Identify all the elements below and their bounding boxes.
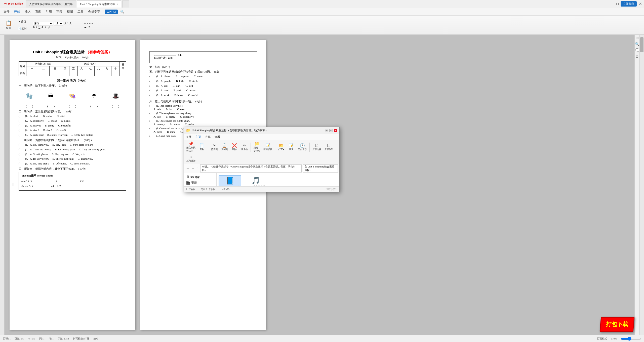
align-center-btn[interactable]: ≡: [87, 22, 88, 25]
fm-close-btn[interactable]: ✕: [334, 129, 337, 132]
up-arrow[interactable]: ↑: [196, 166, 199, 170]
close-icon[interactable]: ×: [117, 3, 118, 6]
rename-icon: ✏: [243, 143, 246, 148]
italic-btn[interactable]: I: [36, 26, 37, 29]
fm-invertsel-btn[interactable]: ↔ 反向选择: [185, 154, 196, 163]
document-page-1: ⠿ Unit 6 Shopping综合素质达标 （有参考答案） 时间：40分钟 …: [10, 40, 135, 330]
sidebar-3dobjects[interactable]: 🖥 3D 对象: [184, 174, 216, 180]
menu-home[interactable]: 开始: [12, 9, 22, 15]
fm-menu-view[interactable]: 查看: [215, 135, 220, 139]
fm-file-size: 1.49 MB: [221, 188, 230, 191]
status-page-of: 页数: 1/7: [15, 337, 24, 340]
deselectall-icon: ☐: [327, 143, 331, 148]
download-badge[interactable]: 打包下载: [599, 317, 634, 332]
minimize-icon[interactable]: ─: [612, 2, 615, 6]
fm-newitem-btn[interactable]: 📝 新建项目: [262, 143, 273, 152]
search-icon[interactable]: 🔍: [120, 10, 124, 14]
indent-btn[interactable]: ⇥: [88, 25, 90, 28]
top-right-area: ─ □ 立即登录 ✕: [612, 1, 644, 7]
align-right-btn[interactable]: ≡: [89, 22, 91, 25]
fm-maximize-btn[interactable]: □: [329, 129, 333, 132]
fm-delete-btn[interactable]: ❌ 删除: [230, 143, 239, 152]
tab-add[interactable]: +: [122, 1, 129, 8]
menu-reference[interactable]: 引用: [44, 9, 54, 15]
tab-recent-label: 人教PEP版小学英语四年级下册六年: [29, 2, 73, 6]
ribbon-paste-btn[interactable]: 📋 粘贴: [3, 18, 14, 32]
underline-btn[interactable]: U: [38, 26, 40, 29]
cut-icon: ✂: [213, 143, 216, 148]
align-left-btn[interactable]: ≡: [84, 22, 86, 25]
menu-view[interactable]: 视图: [65, 9, 75, 15]
increase-font-btn[interactable]: A⁺: [64, 21, 68, 25]
fm-file-count: 2 个项目: [186, 188, 195, 191]
right-panel-btn-4[interactable]: ⚙: [635, 55, 639, 59]
sidebar-videos[interactable]: 🎬 视频: [184, 180, 216, 186]
ribbon-copy-btn[interactable]: 📄复制: [15, 25, 30, 32]
zoom-slider[interactable]: [621, 337, 641, 341]
forward-arrow[interactable]: →: [191, 166, 195, 170]
menu-insert[interactable]: 插入: [23, 9, 33, 15]
status-bar: 页码: 1 页数: 1/7 节: 1/1 列: 1 行: 1 字数: 1158 …: [0, 335, 644, 342]
fm-status-bar: 2 个项目 选中 1 个项目 1.49 MB 没有预览...: [184, 186, 339, 192]
pin-icon: 📌: [188, 141, 193, 146]
fm-newfolder-btn[interactable]: 📁 新建文件夹: [252, 141, 261, 153]
fm-history-btn[interactable]: 🕐 历史记录: [297, 143, 308, 152]
fm-search-input[interactable]: 在 Unit 6 Shopping综合素质达标...: [303, 164, 338, 173]
decrease-font-btn[interactable]: A⁻: [69, 21, 73, 25]
menu-file[interactable]: 文件: [2, 9, 12, 15]
right-panel-btn-2[interactable]: 🔍: [635, 42, 639, 46]
menu-page[interactable]: 页面: [33, 9, 43, 15]
font-size-select[interactable]: 12: [54, 22, 63, 25]
fm-path-input[interactable]: 有听力 > 第6册单元试卷 > Unit 6 Shopping综合素质达标（含答…: [200, 164, 302, 173]
q6-item-2: ( )2. The sunglasses are very cheap. A. …: [149, 112, 257, 118]
delete-icon: ❌: [232, 143, 237, 148]
status-section: 节: 1/1: [28, 337, 35, 340]
font-family-select[interactable]: 宋体: [33, 22, 53, 25]
maximize-icon[interactable]: □: [617, 2, 619, 6]
highlight-btn[interactable]: 🖊: [48, 26, 51, 29]
bold-btn[interactable]: B: [33, 26, 35, 29]
strikethrough-btn[interactable]: S̶: [42, 26, 43, 29]
wps-ai-btn[interactable]: WPS AI: [105, 10, 118, 14]
newitem-icon: 📝: [265, 143, 270, 148]
fm-paste-btn[interactable]: 📋 复制到: [220, 143, 229, 152]
back-arrow[interactable]: ←: [185, 166, 190, 170]
file-item-doc[interactable]: 📘 Unit 6 Shopping综合素质达标.doc: [219, 175, 241, 186]
fm-minimize-btn[interactable]: ─: [325, 129, 328, 132]
fm-selected-info: 选中 1 个项目: [200, 188, 216, 191]
login-button[interactable]: 立即登录: [621, 1, 637, 7]
list-btn[interactable]: ☰: [84, 25, 87, 28]
menu-vip[interactable]: 会员专享: [86, 9, 102, 15]
ribbon-cut-btn[interactable]: ✂剪切: [15, 18, 30, 25]
tab-recent[interactable]: 人教PEP版小学英语四年级下册六年: [26, 1, 76, 8]
fm-folder-icon: 📁: [186, 128, 190, 133]
q3-item-2: ( )2.A. There are twenty.B. It's twenty …: [19, 148, 126, 152]
edit-icon: 📝: [289, 143, 294, 148]
file-item-mp3[interactable]: 🎵 Unit 6 综合素质达标.mp3: [244, 175, 267, 186]
fm-menu-file[interactable]: 文件: [186, 135, 191, 139]
menu-review[interactable]: 审阅: [54, 9, 64, 15]
fm-menu-home[interactable]: 主页: [195, 135, 201, 139]
fm-selectall-btn[interactable]: ☑ 全部选择: [311, 143, 322, 152]
font-color-btn[interactable]: A: [45, 26, 47, 29]
justify-btn[interactable]: ≡: [92, 22, 93, 25]
fm-copy-btn[interactable]: 📄 复制: [197, 143, 207, 152]
scrollbar-thumb[interactable]: [640, 37, 643, 52]
status-view[interactable]: 页面模式: [597, 337, 607, 340]
vertical-scrollbar[interactable]: [639, 35, 644, 335]
fm-pin-btn[interactable]: 📌 固定到快速访问: [185, 141, 196, 153]
ribbon-group-clipboard: 📋 粘贴 ✂剪切 📄复制: [2, 17, 31, 33]
fm-edit-btn[interactable]: 📝 编辑: [287, 143, 296, 152]
fm-deselectall-btn[interactable]: ☐ 全部取消: [323, 143, 334, 152]
fm-open-btn[interactable]: 📂 打开▾: [277, 143, 286, 152]
menu-bar: 文件 开始 插入 页面 引用 审阅 视图 工具 会员专享 WPS AI 🔍: [0, 8, 644, 16]
tab-document[interactable]: Unit 6 Shopping综合素质达标 ×: [77, 1, 121, 8]
fm-menu-share[interactable]: 共享: [205, 135, 211, 139]
close-window-icon[interactable]: ✕: [639, 2, 642, 6]
fm-rename-btn[interactable]: ✏ 重命名: [240, 143, 249, 152]
menu-tools[interactable]: 工具: [75, 9, 86, 15]
right-panel-btn-3[interactable]: 💬: [635, 48, 639, 53]
right-panel-btn-1[interactable]: ⊞: [636, 36, 639, 40]
q3-item-3: ( )3.A. Size 8, please.B. Yes, they are.…: [19, 152, 126, 157]
fm-cut-btn[interactable]: ✂ 剪切到: [210, 143, 219, 152]
